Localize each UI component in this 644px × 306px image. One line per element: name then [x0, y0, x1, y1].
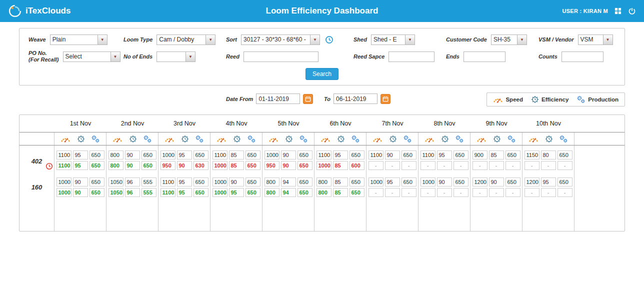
target-value: 650 — [454, 178, 468, 186]
cell-group: 110095650110095650 — [54, 150, 106, 170]
target-value: 95 — [177, 178, 192, 186]
actual-line: 80090650 — [106, 161, 158, 170]
reed-space-input[interactable] — [388, 52, 434, 62]
efficiency-icon — [337, 135, 345, 143]
ends-field: Ends — [446, 52, 538, 62]
target-value: 95 — [541, 178, 556, 186]
production-icon — [351, 135, 360, 143]
calendar-icon[interactable] — [380, 94, 390, 104]
chevron-down-icon[interactable]: ▼ — [405, 35, 414, 44]
po-no-select[interactable]: Select ▼ — [63, 52, 120, 62]
brand-name: iTexClouds — [26, 6, 70, 16]
target-value: 95 — [333, 150, 348, 160]
actual-value: - — [524, 161, 540, 170]
cell-group: 110090650--- — [366, 150, 418, 170]
vsm-vendor-select[interactable]: VSM ▼ — [578, 34, 613, 45]
speedometer-icon — [493, 96, 503, 103]
metric-icons — [54, 132, 106, 145]
date-column: 1100956501000856008008565080085650 — [314, 146, 366, 231]
weave-select[interactable]: Plain ▼ — [50, 34, 108, 45]
efficiency-icon — [493, 135, 501, 143]
target-value: 1100 — [368, 150, 384, 160]
production-icon — [507, 135, 516, 143]
calendar-glyph-icon — [382, 96, 388, 102]
actual-value: - — [402, 161, 416, 170]
metric-icons — [262, 132, 314, 145]
speedometer-icon — [476, 136, 486, 142]
speedometer-icon — [60, 136, 70, 142]
actual-value: 650 — [246, 188, 260, 197]
actual-line: --- — [522, 188, 574, 197]
actual-value: 90 — [281, 161, 296, 170]
customer-code-select[interactable]: SH-35 ▼ — [491, 34, 527, 45]
date-column: 110085650100085650100090650100095650 — [210, 146, 262, 231]
target-line: 110095650 — [418, 150, 470, 160]
date-to-input[interactable] — [334, 94, 378, 104]
shed-label: Shed — [354, 36, 367, 43]
actual-value: - — [558, 161, 572, 170]
history-icon[interactable] — [325, 36, 334, 44]
no-of-ends-select[interactable]: ▼ — [156, 52, 196, 62]
chevron-down-icon[interactable]: ▼ — [310, 35, 320, 44]
calendar-icon[interactable] — [303, 94, 313, 104]
history-icon-red[interactable] — [46, 162, 53, 172]
po-no-label: PO No. (For Recall) — [28, 50, 59, 63]
actual-value: 95 — [73, 161, 88, 170]
actual-value: 950 — [160, 161, 176, 170]
efficiency-icon — [545, 135, 553, 143]
user-label: USER : KIRAN M — [562, 8, 608, 14]
cell-group: 100090650--- — [418, 178, 470, 197]
cell-group: 110095650110095650 — [158, 178, 210, 197]
cell-group: 10009065095090650 — [262, 150, 314, 170]
sort-field: Sort 30127 - 30*30 - 68*60 - ▼ — [226, 34, 354, 45]
actual-line: 95090630 — [158, 161, 210, 170]
apps-grid-icon[interactable] — [614, 8, 622, 14]
date-column: 100090650950906508009465080094650 — [262, 146, 314, 231]
legend-production: Production — [576, 96, 618, 104]
actual-value: 950 — [264, 161, 280, 170]
actual-value: - — [368, 161, 384, 170]
date-from-group: Date From — [226, 94, 313, 104]
actual-value: 1100 — [56, 161, 72, 170]
date-header: 5th Nov — [262, 120, 314, 127]
cell-group: 90085650--- — [470, 150, 522, 170]
actual-value: 800 — [108, 161, 124, 170]
date-from-input[interactable] — [256, 94, 300, 104]
reed-input[interactable] — [244, 52, 318, 62]
chevron-down-icon[interactable]: ▼ — [206, 35, 215, 44]
brand-logo[interactable]: iTexClouds — [8, 4, 70, 18]
shed-select[interactable]: Shed - E ▼ — [371, 34, 415, 45]
target-value: 900 — [472, 150, 488, 160]
actual-value: - — [420, 161, 436, 170]
shed-field: Shed Shed - E ▼ — [354, 34, 446, 45]
ends-input[interactable] — [464, 52, 506, 62]
chevron-down-icon[interactable]: ▼ — [186, 52, 195, 62]
filter-row-1: Weave Plain ▼ Loom Type Cam / Dobby ▼ So… — [28, 34, 616, 45]
actual-value: - — [506, 188, 520, 197]
production-icon — [576, 96, 586, 104]
counts-input[interactable] — [562, 52, 604, 62]
legend-efficiency: Efficiency — [531, 96, 568, 104]
actual-value: - — [558, 188, 572, 197]
chevron-down-icon[interactable]: ▼ — [517, 35, 526, 44]
chevron-down-icon[interactable]: ▼ — [98, 35, 107, 44]
date-header: 7th Nov — [366, 120, 418, 127]
metric-icons — [314, 132, 366, 145]
date-header: 9th Nov — [470, 120, 522, 127]
sort-select[interactable]: 30127 - 30*30 - 68*60 - ▼ — [241, 34, 320, 45]
legend-speed: Speed — [493, 96, 523, 103]
actual-value: - — [437, 188, 452, 197]
ends-label: Ends — [446, 54, 460, 60]
search-button[interactable]: Search — [306, 68, 338, 80]
speedometer-icon — [112, 136, 122, 142]
chevron-down-icon[interactable]: ▼ — [603, 35, 612, 44]
legend-production-label: Production — [588, 96, 618, 102]
target-line: 100090650 — [262, 150, 314, 160]
actual-line: --- — [522, 161, 574, 170]
actual-value: - — [489, 188, 504, 197]
actual-line: --- — [470, 161, 522, 170]
actual-value: 1000 — [212, 188, 228, 197]
chevron-down-icon[interactable]: ▼ — [110, 52, 120, 62]
loom-type-select[interactable]: Cam / Dobby ▼ — [156, 34, 216, 45]
power-icon[interactable] — [628, 7, 636, 15]
